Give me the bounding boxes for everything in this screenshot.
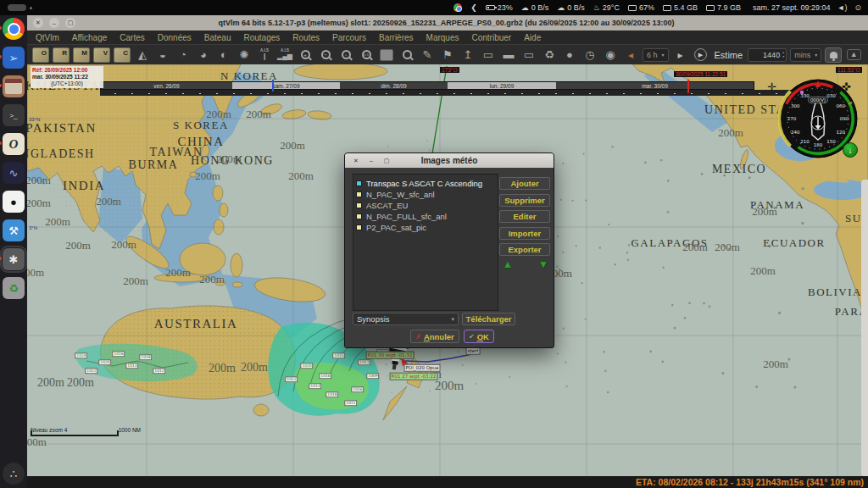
zoom-actual-button[interactable]: 1:1 <box>358 47 375 64</box>
download-button[interactable]: Télécharger <box>462 313 515 325</box>
dialog-titlebar[interactable]: ✕ ‒ ▢ Images météo <box>345 153 554 168</box>
step-forward-button[interactable]: ▸ <box>672 47 689 64</box>
menu-contribuer[interactable]: Contribuer <box>471 33 511 42</box>
window-maximize-button[interactable]: ▢ <box>65 18 75 28</box>
buoy-button[interactable]: ▲ <box>845 47 862 64</box>
power-icon[interactable]: ⊙ <box>854 3 861 12</box>
visibility-checkbox[interactable] <box>356 191 362 197</box>
barrier-button[interactable]: ▬ <box>500 47 517 64</box>
zoom-out-button[interactable]: − <box>317 47 334 64</box>
night-mode-button[interactable]: ◐ <box>215 47 232 64</box>
ok-button[interactable]: ✔ OK <box>464 330 494 343</box>
dial-button[interactable]: ◕ <box>195 47 212 64</box>
chart-layer-o-button[interactable]: O <box>32 47 49 64</box>
distance-button[interactable]: ▭ <box>520 47 537 64</box>
gauge-button[interactable]: ◔ <box>175 47 192 64</box>
visibility-checkbox[interactable] <box>356 225 362 230</box>
compass-button[interactable]: ◒ <box>154 47 171 64</box>
network-down-indicator[interactable]: ☁0 B/s <box>521 3 549 12</box>
timeline-estime-marker[interactable] <box>687 80 689 93</box>
window-titlebar[interactable]: ✕ ‒ ▢ qtVlm 64 bits 5.12-17-p3 (meltemus… <box>27 15 868 30</box>
zoom-in-button[interactable]: + <box>297 47 314 64</box>
chart-layer-r-button[interactable]: R <box>53 47 70 64</box>
estime-unit-combobox[interactable]: mins▾ <box>790 48 821 62</box>
visibility-checkbox[interactable] <box>356 202 362 208</box>
light-bulb-button[interactable]: ✺ <box>236 47 253 64</box>
notification-icon[interactable]: ❮ <box>470 3 477 12</box>
dock-item-kiwi-app[interactable]: ● <box>3 191 25 213</box>
slices-button[interactable]: ◉ <box>602 47 619 64</box>
dock-item-chrome[interactable] <box>3 18 25 40</box>
disk-indicator[interactable]: 5.4 GB <box>663 3 698 12</box>
dock-item-qtvlm-tools[interactable]: ⚒ <box>3 219 25 241</box>
clock-button[interactable]: ◷ <box>581 47 598 64</box>
dock-item-settings[interactable]: ✱ <box>3 248 25 270</box>
center-boat-icon[interactable]: ✛ <box>767 81 776 92</box>
chart-layer-v-button[interactable]: V <box>93 47 110 64</box>
dock-item-system-monitor[interactable]: ∿ <box>3 162 25 184</box>
editer-button[interactable]: Editer <box>499 210 550 223</box>
search-button[interactable] <box>398 47 415 64</box>
step-back-button[interactable]: ◂ <box>622 47 639 64</box>
menu-donnes[interactable]: Données <box>158 33 192 42</box>
cpu-indicator[interactable]: 67% <box>628 3 654 12</box>
chart-layer-c-button[interactable]: C <box>114 47 131 64</box>
right-panel-handle[interactable] <box>861 180 868 476</box>
clock[interactable]: sam. 27 sept. 09:29:04 <box>753 3 831 12</box>
raise-poi-button[interactable]: ↥ <box>459 47 476 64</box>
spinner-arrows[interactable]: ▴▾ <box>782 51 784 58</box>
menu-affichage[interactable]: Affichage <box>72 33 108 42</box>
ais-graph-button[interactable]: A.I.S▂▄▆ <box>276 47 293 64</box>
activities-pill[interactable] <box>8 4 26 11</box>
timeline-segment-ven2609[interactable]: ven. 26/09 <box>101 82 232 89</box>
dock-item-opencpn[interactable]: O <box>3 133 25 155</box>
lighthouse-button[interactable]: ◭ <box>134 47 151 64</box>
grib-display-button[interactable] <box>378 47 395 64</box>
window-minimize-button[interactable]: ‒ <box>49 18 59 28</box>
menu-routages[interactable]: Routages <box>243 33 280 42</box>
move-up-icon[interactable]: ▲ <box>503 258 513 270</box>
estime-duration-spinbox[interactable]: 1440▴▾ <box>748 48 787 62</box>
timeline-segment-dim2809[interactable]: dim. 28/09 <box>340 82 448 89</box>
zoom-selection-button[interactable]: ▫ <box>337 47 354 64</box>
dock-item-files[interactable] <box>3 75 25 97</box>
edit-route-button[interactable]: ✎ <box>419 47 436 64</box>
timeline-slider[interactable]: ven. 26/09sam. 27/09dim. 28/09lun. 29/09… <box>100 81 754 90</box>
chrome-tray-icon[interactable] <box>453 3 462 12</box>
battery-indicator[interactable]: 23% <box>486 3 513 12</box>
globe-button[interactable]: ● <box>561 47 578 64</box>
temperature-indicator[interactable]: ♨29°C <box>593 3 620 12</box>
weather-image-row[interactable]: ASCAT_EU <box>356 200 495 211</box>
dock-item-trash[interactable]: ♻ <box>3 277 25 299</box>
weather-images-list[interactable]: Transpac S ASCAT C AscendingN_PAC_W_sfc_… <box>353 174 498 311</box>
compass-recenter-button[interactable]: ↓ <box>843 142 858 158</box>
dock-item-show-apps[interactable]: ∴ <box>3 463 25 485</box>
interval-combobox[interactable]: 6 h▾ <box>643 48 669 62</box>
visibility-checkbox[interactable] <box>356 180 362 186</box>
network-up-indicator[interactable]: ☁0 B/s <box>557 3 585 12</box>
supprimer-button[interactable]: Supprimer <box>499 194 550 207</box>
timeline-segment-mar3009[interactable]: mar. 30/09 <box>556 82 754 89</box>
timeline-segment-lun2909[interactable]: lun. 29/09 <box>448 82 556 89</box>
dock-item-terminal[interactable]: >_ <box>3 104 25 126</box>
weather-image-row[interactable]: N_PAC_W_sfc_anl <box>356 189 495 200</box>
ajouter-button[interactable]: Ajouter <box>499 177 550 190</box>
importer-button[interactable]: Importer <box>499 227 550 240</box>
menu-barrires[interactable]: Barrières <box>379 33 414 42</box>
dock-item-thunderbird[interactable]: ➢ <box>3 47 25 69</box>
alarms-button[interactable] <box>825 47 842 64</box>
weather-image-row[interactable]: Transpac S ASCAT C Ascending <box>356 178 495 189</box>
poi-button[interactable]: ⚑ <box>439 47 456 64</box>
window-close-button[interactable]: ✕ <box>33 18 43 28</box>
menu-bateau[interactable]: Bateau <box>204 33 231 42</box>
menu-parcours[interactable]: Parcours <box>332 33 366 42</box>
play-button[interactable]: ▶ <box>693 47 709 64</box>
weather-image-row[interactable]: P2_PAC_sat_pic <box>356 222 495 233</box>
move-down-icon[interactable]: ▼ <box>538 258 548 270</box>
memory-indicator[interactable]: 7.9 GB <box>706 3 741 12</box>
timeline-tick-strip[interactable] <box>100 90 804 96</box>
timeline-segment-sam2709[interactable]: sam. 27/09 <box>232 82 340 89</box>
recycle-grib-button[interactable]: ♻ <box>541 47 558 64</box>
menu-cartes[interactable]: Cartes <box>120 33 144 42</box>
cancel-button[interactable]: ✗ Annuler <box>410 330 459 343</box>
